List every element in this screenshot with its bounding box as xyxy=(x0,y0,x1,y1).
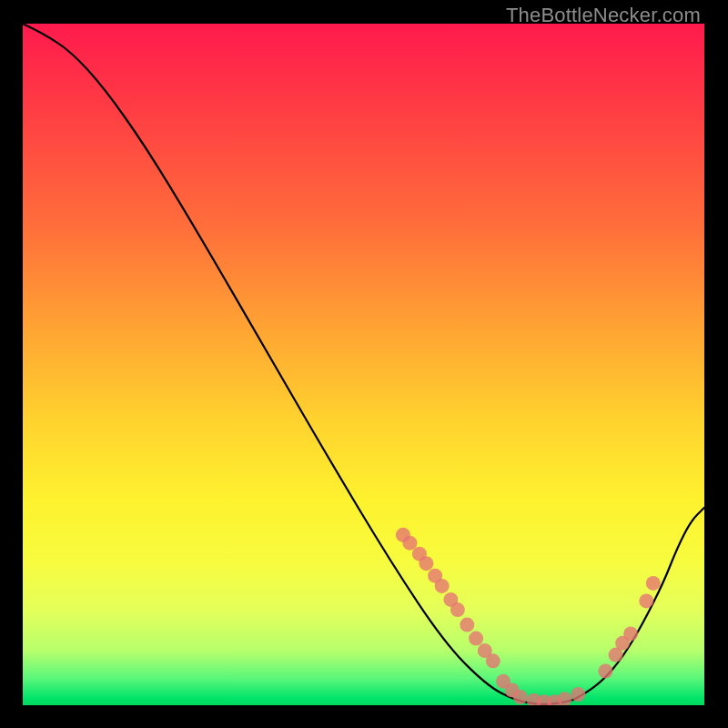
chart-svg xyxy=(23,24,704,705)
data-point xyxy=(598,664,612,679)
data-point xyxy=(460,618,474,632)
data-point xyxy=(402,536,417,551)
data-point xyxy=(558,692,572,705)
data-point xyxy=(435,579,450,593)
data-point xyxy=(450,602,465,617)
data-points xyxy=(396,528,661,705)
data-point xyxy=(486,653,500,668)
data-point xyxy=(646,576,661,591)
data-point xyxy=(469,632,483,646)
data-point xyxy=(639,593,653,608)
data-point xyxy=(623,626,638,641)
data-point xyxy=(419,556,433,571)
bottleneck-curve xyxy=(23,24,704,704)
data-point xyxy=(513,690,528,704)
data-point xyxy=(571,687,585,702)
plot-area xyxy=(23,24,704,705)
